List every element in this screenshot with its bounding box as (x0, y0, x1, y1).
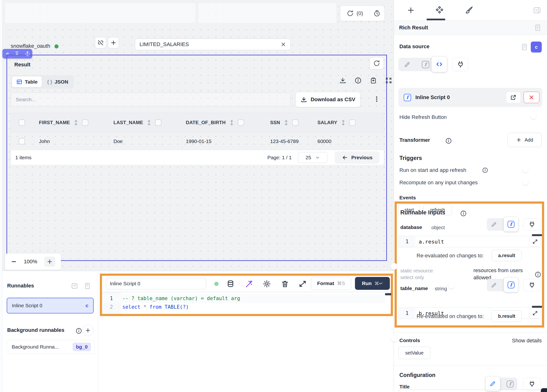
code-comment[interactable]: -- ? table_name (varchar) = default arg (122, 296, 240, 301)
function-mode-button-active[interactable]: f (504, 217, 518, 232)
connect-mode-button[interactable] (523, 378, 541, 390)
page-size-select[interactable]: 25 (298, 152, 328, 163)
history-button[interactable] (369, 6, 384, 21)
code-mode-button-active[interactable] (431, 56, 447, 72)
expand-editor-icon[interactable] (299, 280, 307, 288)
docs-icon[interactable] (520, 43, 528, 51)
tab-styling-brush[interactable] (464, 6, 473, 15)
info-icon[interactable] (460, 210, 467, 217)
database-expression-editor[interactable]: 1 a.result (398, 236, 542, 247)
format-button[interactable]: Format ⌘S (311, 277, 351, 290)
info-icon[interactable] (355, 77, 362, 84)
download-icon[interactable] (339, 77, 346, 84)
data-source-item[interactable]: f Inline Script 0 (398, 88, 542, 107)
cell-salary[interactable]: 60000 (313, 133, 384, 150)
column-checkbox[interactable] (82, 119, 88, 126)
clipboard-copy-icon[interactable] (370, 77, 377, 84)
expand-expression-icon[interactable] (530, 236, 540, 247)
row-checkbox[interactable] (19, 138, 25, 144)
result-refresh-button[interactable] (370, 57, 384, 69)
settings-gear-icon[interactable] (263, 280, 271, 288)
function-icon[interactable]: f (422, 61, 429, 68)
tab-component-settings[interactable] (435, 6, 444, 15)
edit-pencil-icon[interactable] (491, 282, 497, 288)
add-column-button[interactable] (108, 37, 119, 48)
expand-expression-icon[interactable] (530, 308, 540, 318)
header-date-of-birth[interactable]: DATE_OF_BIRTH (182, 119, 266, 126)
table-select-input[interactable] (139, 41, 280, 47)
ai-wand-icon[interactable] (245, 280, 253, 288)
cell-date-of-birth[interactable]: 1990-01-15 (182, 133, 266, 150)
sort-icon[interactable] (341, 120, 346, 126)
list-view-icon[interactable] (84, 282, 91, 290)
cell-last-name[interactable]: Doe (109, 133, 182, 150)
cell-first-name[interactable]: John (35, 133, 109, 150)
function-mode-button-active[interactable]: f (504, 277, 518, 292)
column-checkbox[interactable] (349, 119, 356, 126)
column-checkbox[interactable] (238, 119, 244, 126)
runnable-item-background-0[interactable]: Background Runna... bg_0 (7, 340, 95, 354)
select-all-checkbox[interactable] (19, 119, 25, 126)
connect-mode-button[interactable] (523, 218, 541, 231)
setvalue-control-chip[interactable]: setValue (398, 347, 431, 359)
runnable-item-inline-script-0[interactable]: Inline Script 0 c (7, 298, 94, 313)
connect-mode-button[interactable] (452, 58, 469, 71)
kebab-menu-icon[interactable] (373, 95, 381, 103)
remove-data-source-button[interactable] (524, 92, 539, 103)
collapse-sidebar-icon[interactable] (533, 6, 541, 14)
edit-mode-button-active[interactable] (485, 376, 500, 391)
add-background-runnable-button[interactable] (82, 325, 94, 336)
run-button[interactable]: Run ⌘↵ (355, 277, 390, 290)
refresh-all-button[interactable]: (0) (340, 6, 369, 21)
script-name-input[interactable] (110, 281, 202, 286)
open-external-button[interactable] (506, 92, 521, 103)
cell-ssn[interactable]: 123-45-6789 (266, 133, 313, 150)
tab-json[interactable]: { } JSON (43, 76, 72, 87)
delete-trash-icon[interactable] (281, 280, 289, 288)
collapse-panel-icon[interactable] (71, 282, 78, 290)
sort-icon[interactable] (146, 120, 152, 126)
previous-page-button[interactable]: Previous (335, 151, 380, 164)
tab-add-component[interactable] (407, 6, 415, 14)
tab-table[interactable]: Table (12, 76, 42, 87)
edit-pencil-icon[interactable] (491, 221, 497, 228)
header-last-name[interactable]: LAST_NAME (109, 119, 182, 126)
database-icon[interactable] (226, 280, 235, 288)
function-icon[interactable]: f (507, 380, 513, 387)
fullscreen-icon[interactable] (385, 77, 392, 84)
header-salary[interactable]: SALARY (313, 119, 384, 126)
connect-mode-button[interactable] (523, 279, 541, 291)
table-row[interactable]: John Doe 1990-01-15 123-45-6789 60000 (11, 133, 384, 150)
clear-icon[interactable] (280, 41, 286, 47)
column-checkbox[interactable] (155, 119, 162, 126)
search-input[interactable] (16, 97, 286, 102)
sort-icon[interactable] (229, 120, 234, 126)
column-checkbox[interactable] (292, 119, 299, 126)
show-details-link[interactable]: Show details (512, 338, 542, 344)
zoom-in-button[interactable] (44, 257, 55, 267)
dependency-chip[interactable]: a.result (492, 250, 522, 261)
table-select-field[interactable] (135, 39, 291, 50)
expression-value[interactable]: a.result (415, 236, 541, 247)
canvas-placeholder-component[interactable] (198, 3, 336, 23)
info-icon[interactable] (75, 328, 82, 334)
header-first-name[interactable]: FIRST_NAME (35, 119, 109, 126)
download-csv-button[interactable]: Download as CSV (295, 92, 361, 107)
edit-pencil-icon[interactable] (404, 61, 411, 68)
script-name-field[interactable] (106, 278, 206, 289)
header-ssn[interactable]: SSN (266, 119, 313, 126)
sort-icon[interactable] (284, 120, 289, 126)
info-icon[interactable] (534, 271, 541, 278)
info-icon[interactable] (482, 167, 488, 173)
zoom-out-button[interactable] (11, 258, 17, 265)
unlink-button[interactable] (95, 37, 106, 48)
info-icon[interactable] (445, 137, 452, 144)
code-line-2[interactable]: select * from TABLE(?) (122, 304, 189, 310)
editor-scrollbar[interactable] (385, 293, 391, 295)
docs-icon[interactable] (534, 24, 542, 32)
add-transformer-button[interactable]: Add (507, 133, 542, 147)
dependency-chip[interactable]: b.result (492, 310, 522, 322)
sort-icon[interactable] (73, 120, 79, 126)
canvas-placeholder-component[interactable] (5, 3, 195, 23)
title-input-partial[interactable] (398, 390, 542, 392)
